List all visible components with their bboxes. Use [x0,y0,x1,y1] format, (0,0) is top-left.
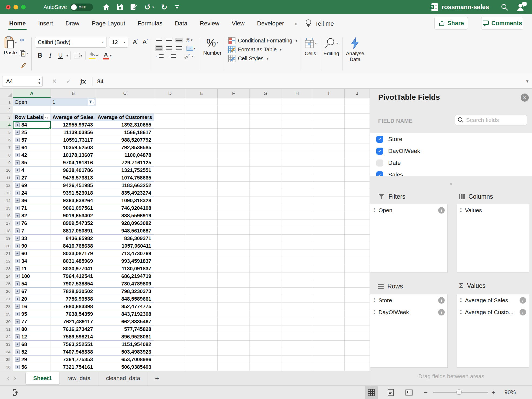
avg-customers-cell[interactable]: 948,5610687 [96,227,154,235]
grid-cell[interactable] [281,250,313,257]
store-label-cell[interactable]: +69 [13,182,51,189]
avg-sales-cell[interactable]: 9704,191816 [51,159,96,167]
avg-customers-cell[interactable]: 729,7161125 [96,159,154,167]
row-header-27[interactable]: 27 [0,295,13,303]
avg-customers-cell[interactable]: 852,4774775 [96,303,154,310]
expand-group-icon[interactable]: + [15,183,20,188]
grid-cell[interactable] [218,272,250,280]
expand-group-icon[interactable]: + [15,334,20,339]
row-header-23[interactable]: 23 [0,265,13,272]
grid-cell[interactable] [250,197,281,204]
grid-cell[interactable] [250,272,281,280]
grid-cell[interactable] [313,341,345,348]
grid-cell[interactable] [154,136,186,144]
avg-customers-cell[interactable]: 1321,752551 [96,167,154,174]
grid-cell[interactable] [345,272,370,280]
avg-sales-cell[interactable]: 7680,683398 [51,303,96,310]
grid-cell[interactable] [218,106,250,114]
grid-cell[interactable] [313,280,345,288]
avg-customers-cell[interactable]: 988,5207792 [96,136,154,144]
grid-cell[interactable] [345,295,370,303]
grid-cell[interactable] [218,318,250,325]
row-header-12[interactable]: 12 [0,182,13,189]
checkbox-checked-icon[interactable]: ✓ [376,171,383,176]
grid-cell[interactable] [218,212,250,220]
bold-button[interactable]: B [35,52,45,59]
grid-cell[interactable] [250,235,281,242]
store-label-cell[interactable]: +16 [13,303,51,310]
grid-cell[interactable] [250,167,281,174]
name-box-stepper[interactable]: ▲▼ [38,77,41,85]
grid-cell[interactable] [250,189,281,197]
column-header-E[interactable]: E [186,89,218,98]
cell-styles-button[interactable]: Cell Styles▾ [228,55,297,62]
grid-cell[interactable] [186,295,218,303]
grid-cell[interactable] [154,189,186,197]
grid-cell[interactable] [345,288,370,295]
grid-cell[interactable] [313,189,345,197]
tab-developer[interactable]: Developer [256,16,285,31]
grid-cell[interactable] [51,106,96,114]
grid-cell[interactable] [281,212,313,220]
home-icon[interactable] [103,4,110,10]
grid-cell[interactable] [250,182,281,189]
tab-formulas[interactable]: Formulas [137,16,164,31]
selection-mode-icon[interactable] [12,388,21,398]
avg-sales-cell[interactable]: 8999,547352 [51,220,96,227]
store-label-cell[interactable]: +57 [13,136,51,144]
align-bottom-button[interactable] [175,38,183,42]
panel-splitter-handle[interactable] [450,183,452,185]
row-header-16[interactable]: 16 [0,212,13,220]
avg-sales-cell[interactable]: 8030,977041 [51,265,96,272]
grid-cell[interactable] [313,212,345,220]
drag-handle-icon[interactable]: •• [460,298,462,303]
grid-cell[interactable] [313,159,345,167]
grid-cell[interactable] [250,121,281,129]
increase-font-size-button[interactable]: Aˆ [133,38,138,46]
grid-cell[interactable] [281,333,313,341]
row-header-3[interactable]: 3 [0,114,13,121]
avg-customers-cell[interactable]: 713,4730769 [96,250,154,257]
store-label-cell[interactable]: +54 [13,280,51,288]
tab-view[interactable]: View [231,16,245,31]
grid-cell[interactable] [345,348,370,356]
store-label-cell[interactable]: +33 [13,235,51,242]
avg-customers-cell[interactable]: 1090,318328 [96,197,154,204]
font-size-select[interactable]: 12▾ [109,37,128,48]
name-box[interactable]: A4 ▲▼ [2,76,43,87]
grid-cell[interactable] [345,257,370,265]
grid-cell[interactable] [250,114,281,121]
tab-review[interactable]: Review [199,16,220,31]
grid-cell[interactable] [345,341,370,348]
grid-cell[interactable] [345,280,370,288]
row-header-25[interactable]: 25 [0,280,13,288]
grid-cell[interactable] [250,242,281,250]
grid-cell[interactable] [313,325,345,333]
grid-cell[interactable] [313,144,345,151]
avg-sales-cell[interactable]: 7321,754161 [51,363,96,371]
row-header-32[interactable]: 32 [0,333,13,341]
grid-cell[interactable] [154,333,186,341]
avg-customers-cell[interactable]: 896,9528061 [96,333,154,341]
grid-cell[interactable] [154,341,186,348]
grid-cell[interactable] [281,288,313,295]
grid-cell[interactable] [345,151,370,159]
page-break-view-button[interactable] [403,386,415,399]
info-icon[interactable]: i [438,297,445,304]
row-header-14[interactable]: 14 [0,197,13,204]
row-header-5[interactable]: 5 [0,129,13,136]
expand-group-icon[interactable]: + [15,304,20,309]
page-layout-view-button[interactable] [384,386,397,399]
store-label-cell[interactable]: +67 [13,288,51,295]
pivot-filter-field-cell[interactable]: Open [13,98,51,106]
grid-cell[interactable] [218,151,250,159]
grid-cell[interactable] [281,151,313,159]
expand-group-icon[interactable]: + [15,160,20,165]
row-header-31[interactable]: 31 [0,325,13,333]
checkbox-checked-icon[interactable]: ✓ [376,148,383,155]
next-sheet-icon[interactable]: › [14,374,16,382]
grid-cell[interactable] [154,144,186,151]
grid-cell[interactable] [218,250,250,257]
store-label-cell[interactable]: +100 [13,272,51,280]
grid-cell[interactable] [281,144,313,151]
